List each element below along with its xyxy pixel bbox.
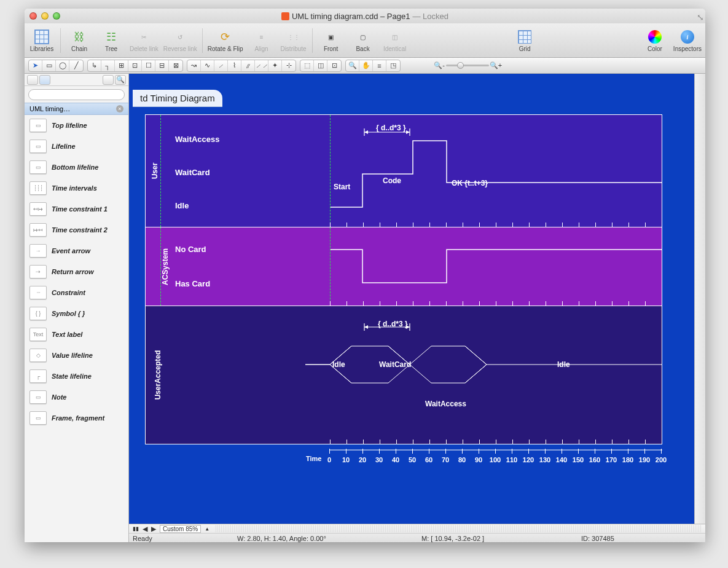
- shape-item[interactable]: →Event arrow: [25, 240, 128, 261]
- search-input[interactable]: [28, 89, 125, 100]
- conn2-icon[interactable]: ┐: [101, 60, 115, 71]
- shape-thumb-icon: ⇢: [29, 265, 47, 278]
- shape-item[interactable]: ▭Frame, fragment: [25, 408, 128, 428]
- shape-item[interactable]: ┈Constraint: [25, 282, 128, 303]
- titlebar[interactable]: UML timing diagram.cdd – Page1 — Locked …: [25, 9, 705, 23]
- tick-label: 90: [475, 456, 482, 463]
- conn6-icon[interactable]: ⊟: [155, 60, 169, 71]
- conn5-icon[interactable]: ☐: [142, 60, 155, 71]
- status-m: M: [ 10.94, -3.2e-02 ]: [421, 535, 581, 542]
- delete-link-button[interactable]: ✂Delete link: [130, 28, 159, 52]
- rect-tool-icon[interactable]: ▭: [42, 60, 56, 71]
- shape-item[interactable]: ↦↤Time constraint 2: [25, 219, 128, 240]
- shape-item[interactable]: ┊┊┊Time intervals: [25, 178, 128, 199]
- color-button[interactable]: Color: [641, 28, 668, 52]
- tick-label: 70: [442, 456, 449, 463]
- shape-item[interactable]: { }Symbol { }: [25, 303, 128, 324]
- group2-icon[interactable]: ◫: [314, 60, 327, 71]
- next-page-icon[interactable]: ▶: [151, 525, 156, 533]
- lane-acsystem[interactable]: ACSystem No Card Has Card: [146, 227, 662, 306]
- inspectors-button[interactable]: iInspectors: [673, 28, 702, 52]
- stamp-tool-icon[interactable]: ≡: [373, 60, 386, 71]
- zoom-controls[interactable]: 🔍- 🔍+: [432, 60, 503, 72]
- ua-constraint: { d..d*3 }: [378, 320, 408, 328]
- shape-thumb-icon: ┌: [29, 369, 47, 383]
- select-tools[interactable]: ➤ ▭ ◯ ╱: [28, 60, 84, 72]
- canvas[interactable]: td Timing Diagram User WaitAccess WaitCa…: [129, 74, 694, 524]
- group-tools[interactable]: ⬚ ◫ ⊡: [300, 60, 342, 72]
- zoom-tool-icon[interactable]: 🔍: [346, 60, 359, 71]
- shape-item[interactable]: ↤↦Time constraint 1: [25, 199, 128, 219]
- curve-tools[interactable]: ↝ ∿ ⟋ ⌇ ⫽ ⟋⟋ ✦ ⊹: [187, 60, 296, 72]
- conn3-icon[interactable]: ⊞: [115, 60, 128, 71]
- view-mode-list-icon[interactable]: [27, 75, 38, 85]
- sidebar-group-header[interactable]: UML timing… ×: [25, 103, 128, 115]
- pointer-tool-icon[interactable]: ➤: [29, 60, 42, 71]
- shape-thumb-icon: ┊┊┊: [29, 181, 47, 195]
- ellipse-tool-icon[interactable]: ◯: [56, 60, 69, 71]
- hand-tool-icon[interactable]: ✋: [359, 60, 373, 71]
- curve5-icon[interactable]: ⫽: [241, 60, 255, 71]
- distribute-button[interactable]: ⋮⋮Distribute: [280, 28, 307, 52]
- curve4-icon[interactable]: ⌇: [228, 60, 241, 71]
- chain-button[interactable]: ⛓Chain: [66, 28, 93, 52]
- curve3-icon[interactable]: ⟋: [214, 60, 228, 71]
- zoom-slider[interactable]: [446, 65, 489, 66]
- zoom-field[interactable]: Custom 85%: [160, 525, 201, 533]
- shape-label: Time constraint 1: [52, 205, 108, 213]
- curve2-icon[interactable]: ∿: [201, 60, 214, 71]
- curve1-icon[interactable]: ↝: [187, 60, 201, 71]
- zoom-in-icon[interactable]: 🔍+: [489, 60, 503, 71]
- view-mode-grid-icon[interactable]: [39, 75, 50, 85]
- tick-label: 150: [573, 456, 584, 463]
- shape-item[interactable]: TextText label: [25, 324, 128, 345]
- zoom-out-icon[interactable]: 🔍-: [432, 60, 446, 71]
- identical-button[interactable]: ◫Identical: [382, 28, 409, 52]
- shape-item[interactable]: ▭Note: [25, 387, 128, 408]
- prev-page-icon[interactable]: ◀: [143, 525, 147, 533]
- view-mode-detail-icon[interactable]: [103, 75, 114, 85]
- conn4-icon[interactable]: ⊡: [128, 60, 142, 71]
- vertical-scrollbar[interactable]: [694, 74, 705, 524]
- curve7-icon[interactable]: ✦: [268, 60, 282, 71]
- curve6-icon[interactable]: ⟋⟋: [255, 60, 268, 71]
- shape-item[interactable]: ▭Top lifeline: [25, 115, 128, 136]
- crop-tool-icon[interactable]: ◳: [386, 60, 400, 71]
- shape-thumb-icon: ↦↤: [29, 223, 47, 237]
- connector-tools[interactable]: ↳ ┐ ⊞ ⊡ ☐ ⊟ ⊠: [87, 60, 183, 72]
- ua-idle-2: Idle: [557, 360, 570, 369]
- align-button[interactable]: ≡Align: [248, 28, 275, 52]
- lane-useraccepted[interactable]: UserAccepted: [146, 306, 662, 444]
- shape-item[interactable]: ▭Lifeline: [25, 136, 128, 157]
- line-tool-icon[interactable]: ╱: [69, 60, 83, 71]
- tick-label: 40: [392, 456, 399, 463]
- zoom-up-icon[interactable]: ▲: [205, 526, 209, 532]
- pause-icon[interactable]: ▮▮: [133, 526, 139, 532]
- shape-item[interactable]: ⇢Return arrow: [25, 261, 128, 282]
- reverse-link-button[interactable]: ↺Reverse link: [163, 28, 197, 52]
- libraries-button[interactable]: Libraries: [28, 28, 55, 52]
- shape-label: Frame, fragment: [52, 414, 104, 422]
- search-toggle-icon[interactable]: 🔍: [115, 75, 126, 85]
- shape-item[interactable]: ◇Value lifeline: [25, 345, 128, 366]
- view-tools[interactable]: 🔍 ✋ ≡ ◳: [345, 60, 401, 72]
- shape-label: State lifeline: [52, 373, 92, 380]
- tick-label: 0: [327, 456, 331, 463]
- shape-item[interactable]: ┌State lifeline: [25, 366, 128, 387]
- tick-label: 100: [490, 456, 501, 463]
- close-group-icon[interactable]: ×: [116, 105, 123, 112]
- grid-button[interactable]: Grid: [511, 28, 538, 52]
- tree-button[interactable]: ☷Tree: [98, 28, 125, 52]
- rotate-flip-button[interactable]: ⟳Rotate & Flip: [208, 28, 243, 52]
- group1-icon[interactable]: ⬚: [300, 60, 314, 71]
- back-button[interactable]: ▢Back: [350, 28, 377, 52]
- conn7-icon[interactable]: ⊠: [169, 60, 182, 71]
- conn1-icon[interactable]: ↳: [88, 60, 101, 71]
- group3-icon[interactable]: ⊡: [327, 60, 341, 71]
- lane-user[interactable]: User WaitAccess WaitCard Idle { d..d*3 }…: [146, 115, 662, 227]
- curve8-icon[interactable]: ⊹: [282, 60, 296, 71]
- tick-label: 20: [359, 456, 366, 463]
- front-button[interactable]: ▣Front: [318, 28, 345, 52]
- shape-item[interactable]: ▭Bottom lifeline: [25, 157, 128, 178]
- hscroll-track[interactable]: [216, 525, 702, 532]
